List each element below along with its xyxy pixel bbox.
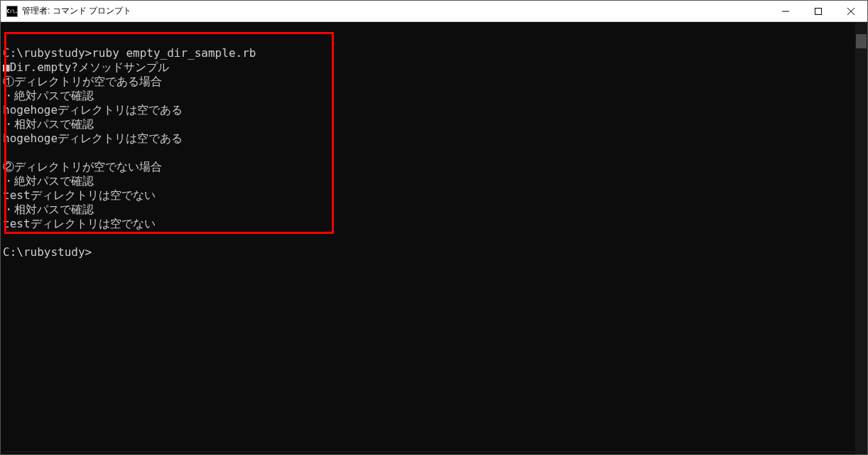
terminal-line: ・絶対パスで確認 <box>3 89 855 103</box>
scrollbar-thumb[interactable] <box>856 34 867 48</box>
terminal-bottom-edge <box>2 451 855 452</box>
terminal-line <box>3 231 855 245</box>
terminal-line: ・絶対パスで確認 <box>3 174 855 188</box>
terminal-line: ・相対パスで確認 <box>3 203 855 217</box>
maximize-icon <box>815 8 822 15</box>
minimize-icon <box>782 8 789 15</box>
terminal-line: C:\rubystudy>ruby empty_dir_sample.rb <box>3 46 855 60</box>
app-icon: C:\. <box>6 6 18 17</box>
terminal-output: C:\rubystudy>ruby empty_dir_sample.rb■Di… <box>1 32 855 259</box>
app-icon-text: C:\. <box>7 9 18 14</box>
vertical-scrollbar[interactable] <box>855 22 867 454</box>
svg-rect-1 <box>815 8 822 14</box>
command-prompt-window: C:\. 管理者: コマンド プロンプト C:\rubystudy>ruby e… <box>0 0 868 455</box>
terminal-line: hogehogeディレクトリは空である <box>3 132 855 146</box>
terminal-line: hogehogeディレクトリは空である <box>3 103 855 117</box>
terminal-line: ①ディレクトリが空である場合 <box>3 75 855 89</box>
terminal-line: ②ディレクトリが空でない場合 <box>3 160 855 174</box>
terminal-line <box>3 32 855 46</box>
terminal-area[interactable]: C:\rubystudy>ruby empty_dir_sample.rb■Di… <box>1 22 867 454</box>
minimize-button[interactable] <box>769 1 802 21</box>
terminal-line: ■Dir.empty?メソッドサンプル <box>3 60 855 75</box>
window-title: 管理者: コマンド プロンプト <box>22 5 769 17</box>
terminal-line: testディレクトリは空でない <box>3 188 855 203</box>
window-controls <box>769 1 867 21</box>
terminal-line: C:\rubystudy> <box>3 245 855 259</box>
maximize-button[interactable] <box>802 1 835 21</box>
terminal-line: ・相対パスで確認 <box>3 117 855 132</box>
terminal-line: testディレクトリは空でない <box>3 217 855 231</box>
close-button[interactable] <box>835 1 867 21</box>
terminal-line <box>3 146 855 160</box>
close-icon <box>847 8 855 15</box>
titlebar[interactable]: C:\. 管理者: コマンド プロンプト <box>1 1 867 22</box>
